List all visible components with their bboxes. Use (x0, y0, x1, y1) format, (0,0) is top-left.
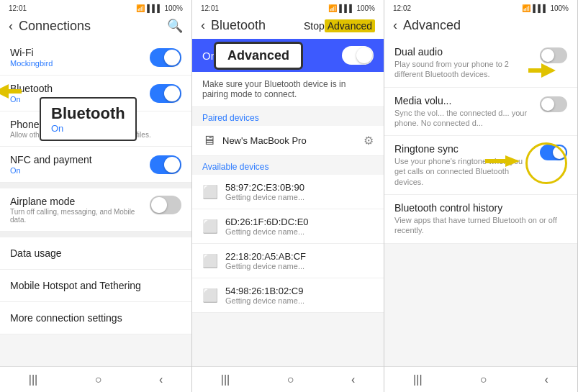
advanced-panel-title: Advanced (403, 18, 569, 33)
wifi-toggle[interactable] (150, 48, 181, 67)
media-vol-info: Media volu... Sync the vol... the connec… (394, 95, 534, 129)
status-bar-2: 12:01 📶 ▌▌▌ 100% (201, 4, 375, 12)
ringtone-item[interactable]: Ringtone sync Use your phone's ringtone … (384, 136, 577, 195)
home-btn-2[interactable]: ||| (214, 370, 237, 389)
bt-history-label: Bluetooth control history (394, 202, 567, 214)
device-info-4: 54:98:26:1B:02:C9 Getting device name... (225, 286, 374, 305)
signal-icon: ▌▌▌ (147, 4, 162, 12)
airplane-info: Airplane mode Turn off calling, messagin… (10, 196, 150, 224)
nfc-info: NFC and payment On (10, 154, 150, 175)
bt-device-3[interactable]: ⬜ 22:18:20:A5:AB:CF Getting device name.… (192, 244, 384, 278)
bottom-nav-1: ||| ○ ‹ (0, 366, 191, 392)
advanced-tooltip: Advanced (214, 42, 303, 70)
device-info-3: 22:18:20:A5:AB:CF Getting device name... (225, 251, 374, 270)
macbook-icon: 🖥 (202, 133, 215, 148)
battery-icon-2: 100% (356, 4, 375, 12)
device-status-4: Getting device name... (225, 296, 374, 305)
signal-icon-3: ▌▌▌ (533, 4, 548, 12)
airplane-toggle[interactable] (150, 196, 181, 214)
device-icon-4: ⬜ (202, 288, 218, 304)
advanced-list: Dual audio Play sound from your phone to… (384, 39, 577, 366)
back-nav-btn-3[interactable]: ‹ (538, 370, 556, 389)
airplane-desc: Turn off calling, messaging, and Mobile … (10, 208, 150, 224)
wifi-info: Wi-Fi Mockingbird (10, 47, 150, 68)
status-icons-1: 📶 ▌▌▌ 100% (136, 4, 183, 12)
bt-description: Make sure your Bluetooth device is in pa… (192, 72, 384, 107)
media-vol-desc: Sync the vol... the connected d... your … (394, 108, 534, 129)
connections-header: 12:01 📶 ▌▌▌ 100% ‹ Connections 🔍 (0, 0, 191, 40)
nfc-toggle[interactable] (150, 155, 181, 174)
paired-device-macbook[interactable]: 🖥 New's MacBook Pro ⚙ (192, 126, 384, 156)
battery-icon: 100% (164, 4, 183, 12)
back-button-3[interactable]: ‹ (393, 18, 397, 33)
wifi-status-icon: 📶 (136, 4, 145, 12)
data-usage-item[interactable]: Data usage (0, 237, 191, 270)
circle-btn-3[interactable]: ○ (473, 370, 495, 389)
bt-main-toggle[interactable] (342, 46, 374, 65)
bluetooth-label: Bluetooth (10, 83, 150, 94)
bt-device-1[interactable]: ⬜ 58:97:2C:E3:0B:90 Getting device name.… (192, 175, 384, 209)
device-mac-2: 6D:26:1F:6D:DC:E0 (225, 216, 374, 227)
adv-nav-row: ‹ Advanced (393, 15, 569, 36)
dual-audio-toggle[interactable] (540, 47, 567, 63)
bt-nav-row: ‹ Bluetooth Stop Advanced (201, 15, 375, 36)
hotspot-item[interactable]: Mobile Hotspot and Tethering (0, 270, 191, 302)
device-status-1: Getting device name... (225, 193, 374, 201)
wifi-status-icon-3: 📶 (522, 4, 530, 12)
time-3: 12:02 (393, 4, 411, 12)
search-icon-1[interactable]: 🔍 (167, 18, 183, 34)
nfc-sub: On (10, 166, 150, 175)
dual-audio-desc: Play sound from your phone to 2 differen… (394, 59, 534, 80)
stop-button[interactable]: Stop (304, 20, 325, 32)
airplane-item[interactable]: Airplane mode Turn off calling, messagin… (0, 188, 191, 232)
bt-tooltip-title: Bluetooth (51, 104, 125, 123)
bottom-nav-3: ||| ○ ‹ (384, 366, 577, 392)
bt-history-item[interactable]: Bluetooth control history View apps that… (384, 195, 577, 244)
nfc-item[interactable]: NFC and payment On (0, 147, 191, 183)
device-icon-3: ⬜ (202, 253, 218, 269)
more-connections-item[interactable]: More connection settings (0, 302, 191, 334)
connections-title: Connections (19, 19, 167, 34)
device-status-2: Getting device name... (225, 227, 374, 236)
advanced-header: 12:02 📶 ▌▌▌ 100% ‹ Advanced (384, 0, 577, 39)
wifi-item[interactable]: Wi-Fi Mockingbird (0, 40, 191, 76)
dual-audio-info: Dual audio Play sound from your phone to… (394, 46, 534, 80)
nfc-label: NFC and payment (10, 154, 150, 165)
svg-marker-1 (528, 63, 556, 78)
ringtone-toggle[interactable] (540, 145, 567, 160)
bluetooth-tooltip: Bluetooth On (40, 97, 137, 141)
back-button-2[interactable]: ‹ (201, 18, 205, 33)
circle-btn-1[interactable]: ○ (88, 370, 109, 389)
bluetooth-toggle[interactable] (150, 84, 181, 103)
back-button-1[interactable]: ‹ (9, 19, 13, 34)
signal-icon-2: ▌▌▌ (339, 4, 354, 12)
device-icon-1: ⬜ (202, 184, 218, 200)
device-info-1: 58:97:2C:E3:0B:90 Getting device name... (225, 182, 374, 201)
dual-audio-label: Dual audio (394, 46, 534, 58)
advanced-button[interactable]: Advanced (325, 19, 375, 32)
svg-marker-0 (0, 84, 22, 99)
bottom-nav-2: ||| ○ ‹ (192, 366, 384, 392)
home-btn-3[interactable]: ||| (406, 370, 429, 389)
bt-panel-title: Bluetooth (211, 18, 304, 33)
yellow-arrow-bt (0, 84, 23, 99)
bt-device-4[interactable]: ⬜ 54:98:26:1B:02:C9 Getting device name.… (192, 278, 384, 313)
media-vol-toggle[interactable] (540, 96, 567, 112)
circle-btn-2[interactable]: ○ (280, 370, 302, 389)
status-icons-2: 📶 ▌▌▌ 100% (328, 4, 375, 12)
macbook-gear-icon[interactable]: ⚙ (363, 134, 374, 147)
connections-nav-row: ‹ Connections 🔍 (9, 15, 183, 37)
wifi-sub: Mockingbird (10, 59, 150, 68)
back-nav-btn-2[interactable]: ‹ (344, 370, 362, 389)
connections-list: Wi-Fi Mockingbird Bluetooth On Phone vis… (0, 40, 191, 366)
home-btn-1[interactable]: ||| (22, 370, 45, 389)
spacer-1 (0, 183, 191, 188)
bluetooth-header: 12:01 📶 ▌▌▌ 100% ‹ Bluetooth Stop Advanc… (192, 0, 384, 39)
bt-device-2[interactable]: ⬜ 6D:26:1F:6D:DC:E0 Getting device name.… (192, 209, 384, 244)
back-nav-btn-1[interactable]: ‹ (152, 370, 170, 389)
svg-marker-2 (485, 155, 520, 167)
wifi-label: Wi-Fi (10, 47, 150, 58)
dual-audio-control (540, 46, 567, 63)
media-vol-item[interactable]: Media volu... Sync the vol... the connec… (384, 88, 577, 137)
panel-advanced: 12:02 📶 ▌▌▌ 100% ‹ Advanced Dual audio P… (384, 0, 578, 392)
